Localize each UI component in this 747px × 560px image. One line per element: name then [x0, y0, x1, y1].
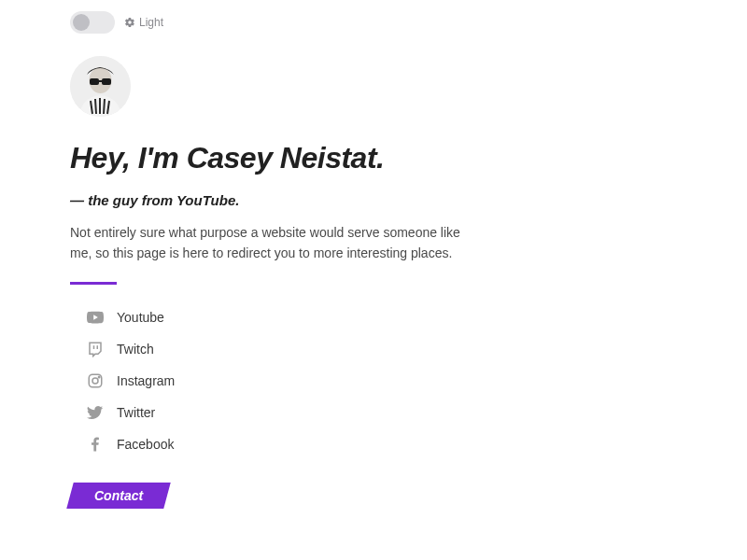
social-label: Twitter [117, 405, 155, 420]
social-label: Instagram [117, 373, 175, 388]
social-item-twitter[interactable]: Twitter [70, 397, 677, 428]
intro-text: Not entirely sure what purpose a website… [70, 223, 481, 263]
svg-rect-5 [99, 80, 102, 82]
youtube-icon [87, 309, 104, 326]
toggle-knob [73, 14, 90, 31]
social-label: Facebook [117, 437, 174, 452]
theme-label: Light [139, 16, 163, 29]
accent-rule [70, 282, 117, 285]
social-label: Twitch [117, 342, 154, 357]
social-item-youtube[interactable]: Youtube [70, 301, 677, 333]
contact-label: Contact [94, 488, 143, 503]
instagram-icon [87, 372, 104, 389]
svg-point-7 [92, 378, 98, 384]
twitch-icon [87, 341, 104, 357]
theme-toggle[interactable] [70, 11, 115, 34]
social-item-facebook[interactable]: Facebook [70, 428, 677, 460]
theme-switcher: Light [70, 11, 677, 34]
social-item-twitch[interactable]: Twitch [70, 333, 677, 365]
social-label: Youtube [117, 310, 164, 325]
social-list: Youtube Twitch Instagram Twitter Faceboo… [70, 301, 677, 460]
theme-label-wrap: Light [124, 16, 163, 29]
svg-point-8 [98, 377, 100, 379]
facebook-icon [87, 436, 104, 453]
page-subtitle: — the guy from YouTube. [70, 192, 677, 208]
contact-button[interactable]: Contact [66, 483, 171, 509]
twitter-icon [87, 404, 104, 421]
social-item-instagram[interactable]: Instagram [70, 365, 677, 397]
svg-rect-3 [90, 78, 99, 85]
svg-rect-4 [102, 78, 111, 85]
avatar [70, 56, 131, 117]
page-title: Hey, I'm Casey Neistat. [70, 141, 677, 175]
gear-icon [124, 17, 135, 28]
